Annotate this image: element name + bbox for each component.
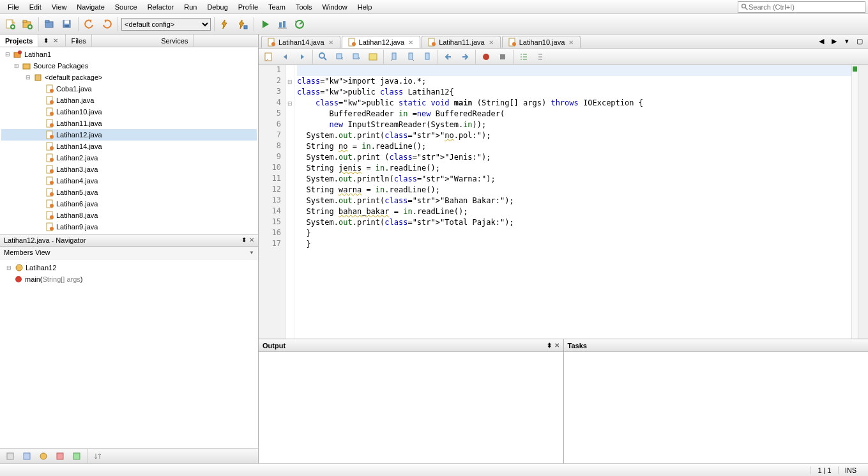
fold-mark[interactable] (286, 185, 294, 196)
file-node[interactable]: Latihan9.java (1, 221, 257, 233)
expander-icon[interactable]: ⊟ (4, 50, 11, 58)
fold-mark[interactable] (286, 65, 294, 76)
toggle-bookmark-button[interactable] (420, 49, 435, 65)
line-number[interactable]: 14 (259, 206, 285, 217)
editor-area[interactable]: 1234567891011121314151617 ⊟⊟ class="kw">… (259, 65, 868, 339)
file-node[interactable]: Latihan.java (1, 95, 257, 106)
code-line[interactable]: String bahan_bakar = in.readLine(); (297, 206, 851, 217)
nav-sort-button[interactable] (90, 449, 105, 464)
file-node[interactable]: Latihan10.java (1, 106, 257, 118)
expander-icon[interactable]: ⊟ (24, 73, 32, 81)
build-button[interactable] (218, 17, 233, 32)
project-node[interactable]: ⊟ Latihan1 (1, 49, 257, 60)
maximize-icon[interactable]: ▢ (854, 36, 865, 47)
line-number[interactable]: 15 (259, 217, 285, 228)
members-view-dropdown[interactable]: Members View ▼ (0, 247, 258, 259)
line-number[interactable]: 8 (259, 141, 285, 152)
new-file-button[interactable] (3, 17, 18, 32)
quick-search[interactable] (738, 1, 865, 13)
start-macro-button[interactable] (478, 49, 494, 65)
fold-mark[interactable] (286, 217, 294, 228)
nav-filter-5-button[interactable] (69, 449, 84, 464)
tab-services[interactable]: Services (156, 35, 194, 47)
line-number[interactable]: 2 (259, 76, 285, 87)
fold-mark[interactable] (286, 130, 294, 141)
menu-refactor[interactable]: Refactor (142, 2, 179, 12)
code-editor[interactable]: class="kw">import java.io.*;class="kw">p… (294, 65, 851, 339)
menu-help[interactable]: Help (353, 2, 377, 12)
project-tree[interactable]: ⊟ Latihan1 ⊟ Source Packages ⊟ <default … (0, 47, 258, 234)
line-number[interactable]: 5 (259, 109, 285, 119)
file-node[interactable]: Latihan14.java (1, 141, 257, 152)
close-icon[interactable]: ✕ (407, 39, 415, 46)
menu-view[interactable]: View (47, 2, 72, 12)
expander-icon[interactable]: ⊟ (13, 62, 20, 70)
code-line[interactable]: new InputStreamReader(System.in)); (297, 119, 851, 130)
menu-tools[interactable]: Tools (291, 2, 317, 12)
line-number[interactable]: 17 (259, 239, 285, 250)
toggle-highlight-button[interactable] (365, 49, 381, 65)
code-line[interactable]: System.out.print (class="str">"Jenis:"); (297, 152, 851, 163)
uncomment-button[interactable] (533, 49, 548, 65)
tab-projects[interactable]: Projects (0, 35, 38, 47)
file-node[interactable]: Latihan12.java (1, 129, 257, 141)
open-project-button[interactable] (42, 17, 57, 32)
line-number[interactable]: 16 (259, 228, 285, 239)
fold-mark[interactable] (286, 228, 294, 239)
menu-team[interactable]: Team (263, 2, 291, 12)
fold-mark[interactable] (286, 206, 294, 217)
output-content[interactable] (259, 352, 563, 463)
fold-mark[interactable] (286, 119, 294, 130)
file-node[interactable]: Latihan2.java (1, 152, 257, 164)
code-line[interactable] (297, 65, 851, 76)
code-line[interactable]: String jenis = in.readLine(); (297, 163, 851, 174)
scroll-right-icon[interactable]: ▶ (828, 36, 840, 47)
fold-mark[interactable] (286, 152, 294, 163)
new-project-button[interactable] (20, 17, 35, 32)
tab-files[interactable]: Files (66, 35, 91, 47)
clean-build-button[interactable] (235, 17, 250, 32)
fold-gutter[interactable]: ⊟⊟ (286, 65, 294, 339)
code-line[interactable]: String no = in.readLine(); (297, 141, 851, 152)
line-number-gutter[interactable]: 1234567891011121314151617 (259, 65, 286, 339)
menu-debug[interactable]: Debug (202, 2, 232, 12)
scroll-left-icon[interactable]: ◀ (816, 36, 827, 47)
save-all-button[interactable] (59, 17, 75, 32)
find-prev-button[interactable] (332, 49, 347, 65)
fold-mark[interactable] (286, 239, 294, 250)
debug-button[interactable] (275, 17, 290, 32)
navigator-tree[interactable]: ⊟ Latihan12 main(String[] args) (0, 259, 258, 449)
code-line[interactable]: System.out.println(class="str">"Warna:")… (297, 174, 851, 185)
search-input[interactable] (749, 3, 862, 11)
menu-profile[interactable]: Profile (233, 2, 263, 12)
code-line[interactable]: System.out.print(class="str">"no.pol:"); (297, 130, 851, 141)
editor-tab[interactable]: Latihan10.java✕ (502, 36, 581, 48)
expander-icon[interactable]: ⊟ (5, 264, 13, 272)
minimize-icon[interactable]: ⬍ (241, 236, 247, 243)
menu-source[interactable]: Source (110, 2, 142, 12)
editor-tab[interactable]: Latihan14.java✕ (261, 36, 340, 48)
comment-button[interactable] (516, 49, 531, 65)
code-line[interactable]: System.out.print(class="str">"Total Paja… (297, 217, 851, 228)
code-line[interactable]: String warna = in.readLine(); (297, 185, 851, 196)
code-line[interactable]: class="kw">public class Latihan12{ (297, 87, 851, 98)
source-packages-node[interactable]: ⊟ Source Packages (1, 60, 257, 72)
close-icon[interactable]: ✕ (327, 39, 335, 46)
nav-filter-2-button[interactable] (19, 449, 34, 464)
file-node[interactable]: Coba1.java (1, 83, 257, 95)
fold-mark[interactable] (286, 163, 294, 174)
minimize-icon[interactable]: ⬍ (547, 342, 552, 349)
close-icon[interactable]: ✕ (249, 236, 254, 243)
menu-edit[interactable]: Edit (24, 2, 47, 12)
menu-window[interactable]: Window (317, 2, 353, 12)
close-icon[interactable]: ✕ (487, 39, 495, 46)
find-next-button[interactable] (349, 49, 364, 65)
shift-left-button[interactable] (441, 49, 456, 65)
editor-tab[interactable]: Latihan11.java✕ (422, 36, 501, 48)
vertical-scrollbar[interactable] (858, 65, 868, 339)
code-line[interactable]: class="kw">public static void main (Stri… (297, 98, 851, 109)
close-icon[interactable]: ✕ (554, 342, 560, 349)
close-icon[interactable]: ✕ (51, 36, 60, 45)
menu-navigate[interactable]: Navigate (72, 2, 109, 12)
menu-run[interactable]: Run (179, 2, 202, 12)
